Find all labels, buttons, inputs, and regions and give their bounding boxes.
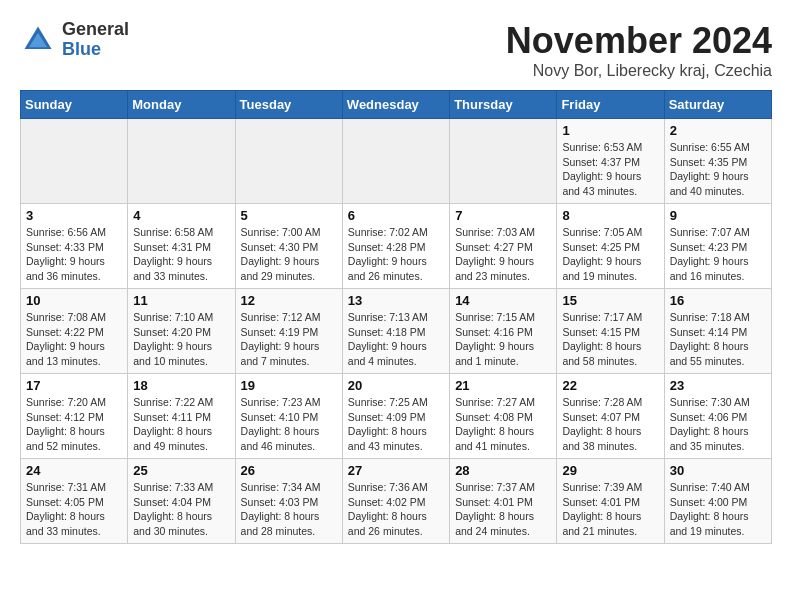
day-number: 7 (455, 208, 551, 223)
logo-general: General (62, 20, 129, 40)
calendar-cell (21, 119, 128, 204)
day-header-saturday: Saturday (664, 91, 771, 119)
calendar-cell (450, 119, 557, 204)
calendar-cell: 9Sunrise: 7:07 AM Sunset: 4:23 PM Daylig… (664, 204, 771, 289)
calendar-cell: 15Sunrise: 7:17 AM Sunset: 4:15 PM Dayli… (557, 289, 664, 374)
page-title: November 2024 (506, 20, 772, 62)
calendar-cell: 5Sunrise: 7:00 AM Sunset: 4:30 PM Daylig… (235, 204, 342, 289)
calendar-cell: 22Sunrise: 7:28 AM Sunset: 4:07 PM Dayli… (557, 374, 664, 459)
day-info: Sunrise: 7:17 AM Sunset: 4:15 PM Dayligh… (562, 310, 658, 369)
day-number: 18 (133, 378, 229, 393)
logo-text: General Blue (62, 20, 129, 60)
day-info: Sunrise: 7:20 AM Sunset: 4:12 PM Dayligh… (26, 395, 122, 454)
day-number: 30 (670, 463, 766, 478)
calendar-cell: 28Sunrise: 7:37 AM Sunset: 4:01 PM Dayli… (450, 459, 557, 544)
page-subtitle: Novy Bor, Liberecky kraj, Czechia (506, 62, 772, 80)
calendar-cell (342, 119, 449, 204)
calendar-cell: 4Sunrise: 6:58 AM Sunset: 4:31 PM Daylig… (128, 204, 235, 289)
calendar-cell: 21Sunrise: 7:27 AM Sunset: 4:08 PM Dayli… (450, 374, 557, 459)
header: General Blue November 2024 Novy Bor, Lib… (20, 20, 772, 80)
day-info: Sunrise: 7:25 AM Sunset: 4:09 PM Dayligh… (348, 395, 444, 454)
calendar-week-1: 1Sunrise: 6:53 AM Sunset: 4:37 PM Daylig… (21, 119, 772, 204)
day-number: 25 (133, 463, 229, 478)
calendar-cell: 20Sunrise: 7:25 AM Sunset: 4:09 PM Dayli… (342, 374, 449, 459)
day-info: Sunrise: 7:33 AM Sunset: 4:04 PM Dayligh… (133, 480, 229, 539)
calendar-cell: 1Sunrise: 6:53 AM Sunset: 4:37 PM Daylig… (557, 119, 664, 204)
day-number: 28 (455, 463, 551, 478)
calendar-cell: 6Sunrise: 7:02 AM Sunset: 4:28 PM Daylig… (342, 204, 449, 289)
day-number: 22 (562, 378, 658, 393)
day-number: 19 (241, 378, 337, 393)
calendar-cell: 17Sunrise: 7:20 AM Sunset: 4:12 PM Dayli… (21, 374, 128, 459)
day-number: 11 (133, 293, 229, 308)
day-header-tuesday: Tuesday (235, 91, 342, 119)
day-number: 9 (670, 208, 766, 223)
day-info: Sunrise: 7:18 AM Sunset: 4:14 PM Dayligh… (670, 310, 766, 369)
calendar-cell: 24Sunrise: 7:31 AM Sunset: 4:05 PM Dayli… (21, 459, 128, 544)
day-number: 13 (348, 293, 444, 308)
day-number: 12 (241, 293, 337, 308)
day-info: Sunrise: 7:36 AM Sunset: 4:02 PM Dayligh… (348, 480, 444, 539)
day-info: Sunrise: 7:12 AM Sunset: 4:19 PM Dayligh… (241, 310, 337, 369)
day-info: Sunrise: 7:22 AM Sunset: 4:11 PM Dayligh… (133, 395, 229, 454)
day-number: 26 (241, 463, 337, 478)
day-number: 4 (133, 208, 229, 223)
day-number: 14 (455, 293, 551, 308)
day-info: Sunrise: 6:58 AM Sunset: 4:31 PM Dayligh… (133, 225, 229, 284)
calendar-header-row: SundayMondayTuesdayWednesdayThursdayFrid… (21, 91, 772, 119)
calendar-cell: 23Sunrise: 7:30 AM Sunset: 4:06 PM Dayli… (664, 374, 771, 459)
day-info: Sunrise: 7:15 AM Sunset: 4:16 PM Dayligh… (455, 310, 551, 369)
calendar-cell: 29Sunrise: 7:39 AM Sunset: 4:01 PM Dayli… (557, 459, 664, 544)
calendar-cell: 2Sunrise: 6:55 AM Sunset: 4:35 PM Daylig… (664, 119, 771, 204)
calendar-cell: 19Sunrise: 7:23 AM Sunset: 4:10 PM Dayli… (235, 374, 342, 459)
logo-blue: Blue (62, 40, 129, 60)
day-info: Sunrise: 7:34 AM Sunset: 4:03 PM Dayligh… (241, 480, 337, 539)
day-info: Sunrise: 6:53 AM Sunset: 4:37 PM Dayligh… (562, 140, 658, 199)
day-number: 24 (26, 463, 122, 478)
calendar-cell: 13Sunrise: 7:13 AM Sunset: 4:18 PM Dayli… (342, 289, 449, 374)
day-header-sunday: Sunday (21, 91, 128, 119)
day-header-friday: Friday (557, 91, 664, 119)
day-number: 17 (26, 378, 122, 393)
day-info: Sunrise: 7:40 AM Sunset: 4:00 PM Dayligh… (670, 480, 766, 539)
day-info: Sunrise: 7:03 AM Sunset: 4:27 PM Dayligh… (455, 225, 551, 284)
calendar-cell: 27Sunrise: 7:36 AM Sunset: 4:02 PM Dayli… (342, 459, 449, 544)
day-number: 5 (241, 208, 337, 223)
title-area: November 2024 Novy Bor, Liberecky kraj, … (506, 20, 772, 80)
day-header-monday: Monday (128, 91, 235, 119)
day-number: 29 (562, 463, 658, 478)
day-number: 27 (348, 463, 444, 478)
day-number: 8 (562, 208, 658, 223)
calendar-cell: 12Sunrise: 7:12 AM Sunset: 4:19 PM Dayli… (235, 289, 342, 374)
day-number: 1 (562, 123, 658, 138)
calendar-week-5: 24Sunrise: 7:31 AM Sunset: 4:05 PM Dayli… (21, 459, 772, 544)
calendar-week-4: 17Sunrise: 7:20 AM Sunset: 4:12 PM Dayli… (21, 374, 772, 459)
day-number: 2 (670, 123, 766, 138)
day-info: Sunrise: 7:00 AM Sunset: 4:30 PM Dayligh… (241, 225, 337, 284)
calendar-cell: 30Sunrise: 7:40 AM Sunset: 4:00 PM Dayli… (664, 459, 771, 544)
day-info: Sunrise: 7:27 AM Sunset: 4:08 PM Dayligh… (455, 395, 551, 454)
day-info: Sunrise: 7:02 AM Sunset: 4:28 PM Dayligh… (348, 225, 444, 284)
day-info: Sunrise: 7:10 AM Sunset: 4:20 PM Dayligh… (133, 310, 229, 369)
calendar-cell: 18Sunrise: 7:22 AM Sunset: 4:11 PM Dayli… (128, 374, 235, 459)
day-info: Sunrise: 6:55 AM Sunset: 4:35 PM Dayligh… (670, 140, 766, 199)
day-header-wednesday: Wednesday (342, 91, 449, 119)
day-number: 6 (348, 208, 444, 223)
logo: General Blue (20, 20, 129, 60)
day-info: Sunrise: 7:28 AM Sunset: 4:07 PM Dayligh… (562, 395, 658, 454)
day-number: 21 (455, 378, 551, 393)
calendar-week-3: 10Sunrise: 7:08 AM Sunset: 4:22 PM Dayli… (21, 289, 772, 374)
day-info: Sunrise: 7:08 AM Sunset: 4:22 PM Dayligh… (26, 310, 122, 369)
day-info: Sunrise: 7:13 AM Sunset: 4:18 PM Dayligh… (348, 310, 444, 369)
day-number: 20 (348, 378, 444, 393)
calendar-cell: 8Sunrise: 7:05 AM Sunset: 4:25 PM Daylig… (557, 204, 664, 289)
day-info: Sunrise: 7:30 AM Sunset: 4:06 PM Dayligh… (670, 395, 766, 454)
calendar-body: 1Sunrise: 6:53 AM Sunset: 4:37 PM Daylig… (21, 119, 772, 544)
calendar-cell: 25Sunrise: 7:33 AM Sunset: 4:04 PM Dayli… (128, 459, 235, 544)
day-info: Sunrise: 7:23 AM Sunset: 4:10 PM Dayligh… (241, 395, 337, 454)
day-info: Sunrise: 7:39 AM Sunset: 4:01 PM Dayligh… (562, 480, 658, 539)
day-number: 3 (26, 208, 122, 223)
day-number: 15 (562, 293, 658, 308)
day-info: Sunrise: 7:05 AM Sunset: 4:25 PM Dayligh… (562, 225, 658, 284)
calendar-cell: 16Sunrise: 7:18 AM Sunset: 4:14 PM Dayli… (664, 289, 771, 374)
